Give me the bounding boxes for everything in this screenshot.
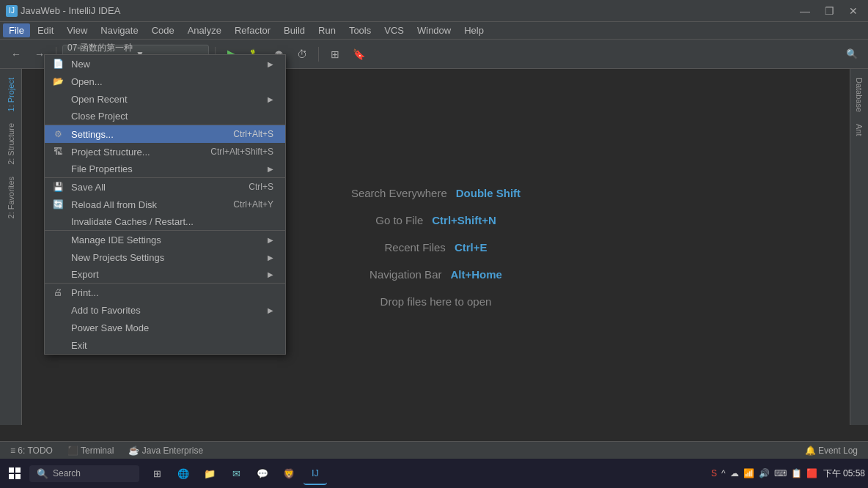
settings-shortcut: Ctrl+Alt+S — [233, 129, 273, 139]
menu-item-file-properties[interactable]: File Properties ▶ — [45, 160, 285, 178]
close-button[interactable]: ✕ — [845, 4, 862, 18]
menu-analyze[interactable]: Analyze — [182, 23, 227, 37]
menu-item-open[interactable]: 📂 Open... — [45, 73, 285, 90]
menu-build[interactable]: Build — [278, 23, 311, 37]
menu-item-close-project[interactable]: Close Project — [45, 108, 285, 125]
menu-window[interactable]: Window — [411, 23, 457, 37]
hint-search-everywhere: Search Everywhere Double Shift — [351, 187, 521, 199]
menu-help[interactable]: Help — [458, 23, 490, 37]
taskbar-search[interactable]: 🔍 Search — [29, 465, 139, 482]
taskbar-apps: ⊞ 🌐 📁 ✉ 💬 🦁 IJ — [145, 462, 327, 485]
bottom-tab-event-log[interactable]: 🔔 Event Log — [801, 444, 862, 457]
search-everywhere-button[interactable]: 🔍 — [842, 44, 862, 64]
manage-ide-arrow: ▶ — [268, 236, 273, 244]
file-properties-arrow: ▶ — [268, 165, 273, 173]
sidebar-tab-ant[interactable]: Ant — [852, 118, 867, 142]
title-bar-controls: — ❐ ✕ — [795, 4, 862, 18]
right-sidebar: Database Ant — [850, 69, 868, 425]
toolbar-sep-3 — [318, 47, 319, 62]
settings-label: Settings... — [71, 129, 221, 140]
taskbar-app-edge[interactable]: 🌐 — [172, 462, 195, 485]
systray-caret[interactable]: ^ — [721, 468, 726, 478]
menu-item-exit[interactable]: Exit — [45, 336, 285, 354]
reload-icon: 🔄 — [51, 199, 65, 210]
recent-files-shortcut: Ctrl+E — [455, 241, 488, 254]
bookmark-button[interactable]: 🔖 — [348, 44, 369, 64]
svg-rect-1 — [15, 467, 21, 473]
search-placeholder: Search — [53, 468, 81, 478]
taskbar-app-teams[interactable]: 💬 — [251, 462, 274, 485]
menu-edit[interactable]: Edit — [32, 23, 59, 37]
start-button[interactable] — [3, 462, 26, 485]
menu-item-save-all[interactable]: 💾 Save All Ctrl+S — [45, 178, 285, 196]
hint-drop-files: Drop files here to open — [380, 295, 492, 308]
taskbar-app-widgets[interactable]: ⊞ — [145, 462, 169, 485]
invalidate-label: Invalidate Caches / Restart... — [71, 216, 273, 227]
menu-item-reload[interactable]: 🔄 Reload All from Disk Ctrl+Alt+Y — [45, 196, 285, 213]
main-layout: 1: Project 2: Structure 2: Favorites Sea… — [0, 69, 868, 425]
menu-item-export[interactable]: Export ▶ — [45, 266, 285, 284]
menu-item-open-recent[interactable]: Open Recent ▶ — [45, 90, 285, 108]
project-structure-shortcut: Ctrl+Alt+Shift+S — [210, 147, 273, 157]
goto-file-label: Go to File — [375, 214, 423, 226]
menu-tools[interactable]: Tools — [343, 23, 377, 37]
menu-item-settings[interactable]: ⚙ Settings... Ctrl+Alt+S — [45, 125, 285, 143]
menu-item-power-save[interactable]: Power Save Mode — [45, 319, 285, 336]
hint-recent-files: Recent Files Ctrl+E — [385, 241, 488, 254]
menu-vcs[interactable]: VCS — [378, 23, 410, 37]
menu-item-new-projects[interactable]: New Projects Settings ▶ — [45, 248, 285, 266]
sidebar-tab-structure[interactable]: 2: Structure — [4, 117, 18, 171]
menu-refactor[interactable]: Refactor — [229, 23, 276, 37]
menu-item-project-structure[interactable]: 🏗 Project Structure... Ctrl+Alt+Shift+S — [45, 143, 285, 160]
search-icon: 🔍 — [37, 468, 48, 479]
back-button[interactable]: ← — [6, 44, 26, 64]
menu-bar: File Edit View Navigate Code Analyze Ref… — [0, 22, 868, 40]
bottom-tab-java-enterprise[interactable]: ☕ Java Enterprise — [124, 444, 207, 457]
save-all-shortcut: Ctrl+S — [249, 182, 273, 192]
maximize-button[interactable]: ❐ — [820, 4, 839, 18]
layout-button[interactable]: ⊞ — [325, 44, 345, 64]
hint-go-to-file: Go to File Ctrl+Shift+N — [375, 214, 496, 226]
add-favorites-arrow: ▶ — [268, 306, 273, 314]
taskbar: 🔍 Search ⊞ 🌐 📁 ✉ 💬 🦁 IJ S ^ ☁ 📶 🔊 ⌨ 📋 🟥 … — [0, 459, 868, 488]
svg-rect-3 — [15, 474, 21, 479]
sidebar-tab-favorites[interactable]: 2: Favorites — [4, 171, 18, 224]
menu-item-invalidate-caches[interactable]: Invalidate Caches / Restart... — [45, 213, 285, 231]
menu-item-add-favorites[interactable]: Add to Favorites ▶ — [45, 301, 285, 319]
sidebar-tab-database[interactable]: Database — [852, 72, 867, 118]
time-display: 下午 05:58 — [823, 467, 865, 480]
window-title: JavaWeb - IntelliJ IDEA — [21, 5, 120, 16]
menu-navigate[interactable]: Navigate — [95, 23, 144, 37]
taskbar-app-explorer[interactable]: 📁 — [198, 462, 221, 485]
open-icon: 📂 — [51, 76, 65, 86]
print-label: Print... — [71, 287, 273, 298]
profile-button[interactable]: ⏱ — [292, 44, 312, 64]
taskbar-time: 下午 05:58 — [823, 467, 865, 480]
menu-view[interactable]: View — [61, 23, 93, 37]
menu-item-manage-ide[interactable]: Manage IDE Settings ▶ — [45, 231, 285, 248]
minimize-button[interactable]: — — [795, 4, 814, 18]
add-favorites-label: Add to Favorites — [71, 305, 268, 316]
taskbar-app-brave[interactable]: 🦁 — [277, 462, 301, 485]
menu-run[interactable]: Run — [312, 23, 342, 37]
menu-item-print[interactable]: 🖨 Print... — [45, 284, 285, 301]
menu-code[interactable]: Code — [146, 23, 180, 37]
taskbar-app-intellij[interactable]: IJ — [304, 462, 327, 485]
menu-file[interactable]: File — [3, 23, 30, 37]
save-all-label: Save All — [71, 182, 237, 193]
svg-rect-2 — [9, 474, 14, 479]
taskbar-app-mail[interactable]: ✉ — [224, 462, 248, 485]
project-structure-label: Project Structure... — [71, 147, 199, 158]
sidebar-tab-project[interactable]: 1: Project — [4, 72, 18, 117]
export-arrow: ▶ — [268, 270, 273, 278]
menu-item-new[interactable]: 📄 New ▶ — [45, 55, 285, 73]
title-bar-left: IJ JavaWeb - IntelliJ IDEA — [6, 5, 120, 17]
new-arrow: ▶ — [268, 60, 273, 68]
bottom-tab-terminal[interactable]: ⬛ Terminal — [63, 444, 118, 457]
file-menu-dropdown: 📄 New ▶ 📂 Open... Open Recent ▶ Close Pr… — [44, 54, 286, 355]
bottom-tab-todo[interactable]: ≡ 6: TODO — [6, 444, 57, 457]
open-label: Open... — [71, 76, 273, 87]
open-recent-arrow: ▶ — [268, 95, 273, 103]
nav-bar-label: Navigation Bar — [369, 268, 441, 281]
nav-bar-shortcut: Alt+Home — [450, 268, 501, 281]
